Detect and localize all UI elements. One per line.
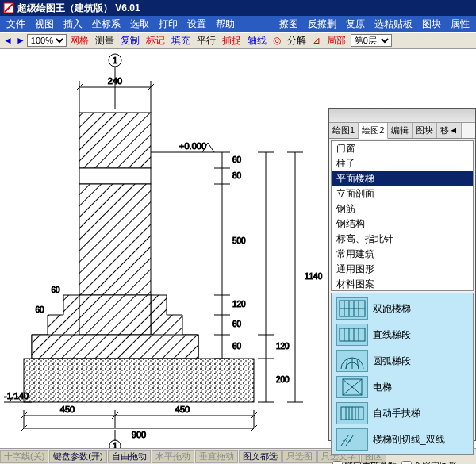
history-back-icon[interactable]: ◄ [2, 35, 14, 46]
shape-elevator[interactable]: 电梯 [333, 374, 471, 400]
tb-part[interactable]: 局部 [324, 34, 349, 48]
tb-measure[interactable]: 测量 [92, 34, 117, 48]
menu-coord[interactable]: 坐标系 [87, 17, 125, 31]
svg-text:450: 450 [175, 405, 190, 414]
svg-rect-22 [24, 359, 254, 402]
tb-corner[interactable]: ⊿ [309, 35, 324, 46]
menu-settings[interactable]: 设置 [182, 17, 211, 31]
tb-grid[interactable]: 网格 [67, 34, 92, 48]
cat-elev-section[interactable]: 立面剖面 [332, 186, 473, 201]
shape-label: 直线梯段 [373, 328, 411, 342]
tb-decomp[interactable]: 分解 [284, 34, 309, 48]
drawing-canvas[interactable]: 1 240 [0, 49, 328, 448]
straight-flight-icon [336, 324, 368, 346]
elevator-icon [336, 376, 368, 398]
tab-move[interactable]: 移◄ [437, 123, 462, 138]
status-crosshair[interactable]: 十字线(关) [0, 450, 48, 463]
cat-rebar[interactable]: 钢筋 [332, 201, 473, 217]
app-logo-icon [3, 2, 14, 13]
tb-fill[interactable]: 填充 [168, 34, 194, 48]
svg-rect-19 [79, 184, 151, 295]
shape-straight-flight[interactable]: 直线梯段 [333, 322, 471, 347]
menu-file[interactable]: 文件 [2, 17, 30, 31]
cat-material[interactable]: 材料图案 [332, 277, 473, 291]
shape-label: 双跑楼梯 [373, 302, 411, 316]
menu-print[interactable]: 打印 [154, 17, 182, 31]
svg-line-81 [346, 359, 347, 369]
shape-double-stair[interactable]: 双跑楼梯 [333, 296, 471, 321]
menu-erase[interactable]: 擦图 [274, 17, 303, 31]
shape-list: 双跑楼梯 直线梯段 圆弧梯段 电梯 自动手扶梯 楼梯剖切线_双线 [331, 293, 474, 455]
status-free-pan[interactable]: 自由拖动 [108, 450, 151, 463]
tab-draw1[interactable]: 绘图1 [329, 123, 359, 138]
title-bar: 超级绘图王（建筑版） V6.01 [0, 0, 476, 16]
svg-text:60: 60 [35, 305, 44, 314]
svg-line-83 [357, 359, 359, 369]
svg-rect-21 [32, 335, 198, 359]
svg-rect-20 [79, 295, 151, 335]
menu-insert[interactable]: 插入 [59, 17, 87, 31]
status-kbd-params[interactable]: 键盘参数(开) [49, 450, 106, 463]
status-vpan[interactable]: 垂直拖动 [195, 450, 238, 463]
menu-clipb[interactable]: 选粘贴板 [370, 17, 417, 31]
menu-bar: 文件 视图 插入 坐标系 选取 打印 设置 帮助 擦图 反擦删 复原 选粘贴板 … [0, 16, 476, 32]
svg-text:60: 60 [232, 320, 242, 328]
menu-restore[interactable]: 复原 [341, 17, 370, 31]
svg-text:1: 1 [113, 56, 117, 65]
tb-pile[interactable]: ◎ [270, 35, 284, 46]
menu-help[interactable]: 帮助 [211, 17, 240, 31]
svg-text:+0.000: +0.000 [179, 141, 206, 151]
svg-text:240: 240 [108, 76, 122, 86]
shape-label: 电梯 [373, 381, 392, 394]
svg-text:80: 80 [232, 171, 242, 180]
menu-unerase[interactable]: 反擦删 [303, 17, 341, 31]
menu-select[interactable]: 选取 [125, 17, 154, 31]
lock-inner-check[interactable]: 锁定内部参数 [332, 460, 397, 464]
svg-text:1140: 1140 [305, 272, 323, 281]
stair-cut-icon [336, 428, 368, 451]
tab-block[interactable]: 图块 [413, 123, 437, 138]
svg-text:60: 60 [232, 155, 242, 164]
tab-draw2[interactable]: 绘图2 [359, 123, 388, 139]
menu-block[interactable]: 图块 [417, 17, 446, 31]
tab-edit[interactable]: 编辑 [388, 123, 413, 138]
svg-text:1: 1 [113, 441, 117, 448]
cat-doorwindow[interactable]: 门窗 [332, 141, 473, 156]
cat-column[interactable]: 柱子 [332, 156, 473, 171]
cat-steel[interactable]: 钢结构 [332, 217, 473, 232]
status-hpan[interactable]: 水平拖动 [152, 450, 194, 463]
category-list[interactable]: 门窗 柱子 平面楼梯 立面剖面 钢筋 钢结构 标高、指北针 常用建筑 通用图形 … [331, 140, 474, 291]
cat-level-north[interactable]: 标高、指北针 [332, 232, 473, 247]
shape-arc-flight[interactable]: 圆弧梯段 [333, 348, 471, 374]
zoom-select[interactable]: 100% [27, 34, 67, 47]
status-select-all[interactable]: 图文都选 [239, 450, 282, 463]
shape-stair-cut-double[interactable]: 楼梯剖切线_双线 [333, 427, 471, 452]
status-only-pic[interactable]: 只选图 [282, 450, 317, 463]
menu-props[interactable]: 属性 [446, 17, 474, 31]
double-stair-icon [336, 297, 368, 320]
tb-mark[interactable]: 标记 [143, 34, 168, 48]
tb-axis[interactable]: 轴线 [244, 34, 270, 48]
svg-text:120: 120 [276, 342, 290, 351]
tb-snap[interactable]: 捕捉 [219, 34, 244, 48]
toolbar: ◄ ► 100% 网格 测量 复制 标记 填充 平行 捕捉 轴线 ◎ 分解 ⊿ … [0, 32, 476, 49]
lock-all-check[interactable]: 全锁定图形 [401, 460, 457, 464]
cat-stair-plan[interactable]: 平面楼梯 [332, 171, 473, 186]
shape-label: 圆弧梯段 [373, 355, 411, 368]
shape-escalator[interactable]: 自动手扶梯 [333, 401, 471, 426]
svg-text:500: 500 [232, 236, 246, 245]
shape-label: 自动手扶梯 [373, 407, 420, 420]
floor-select[interactable]: 第0层 [351, 34, 392, 47]
menu-view[interactable]: 视图 [30, 17, 59, 31]
tb-copy[interactable]: 复制 [117, 34, 143, 48]
tb-parallel[interactable]: 平行 [194, 34, 219, 48]
cat-generic[interactable]: 通用图形 [332, 262, 473, 277]
cat-common-arch[interactable]: 常用建筑 [332, 247, 473, 262]
svg-text:450: 450 [60, 405, 75, 414]
shape-label: 楼梯剖切线_双线 [373, 433, 445, 447]
svg-rect-17 [79, 113, 151, 168]
app-title: 超级绘图王（建筑版） V6.01 [17, 2, 140, 15]
svg-text:120: 120 [232, 300, 246, 309]
history-fwd-icon[interactable]: ► [14, 35, 27, 46]
tool-palette: 绘图1 绘图2 编辑 图块 移◄ 门窗 柱子 平面楼梯 立面剖面 钢筋 钢结构 … [328, 108, 476, 441]
